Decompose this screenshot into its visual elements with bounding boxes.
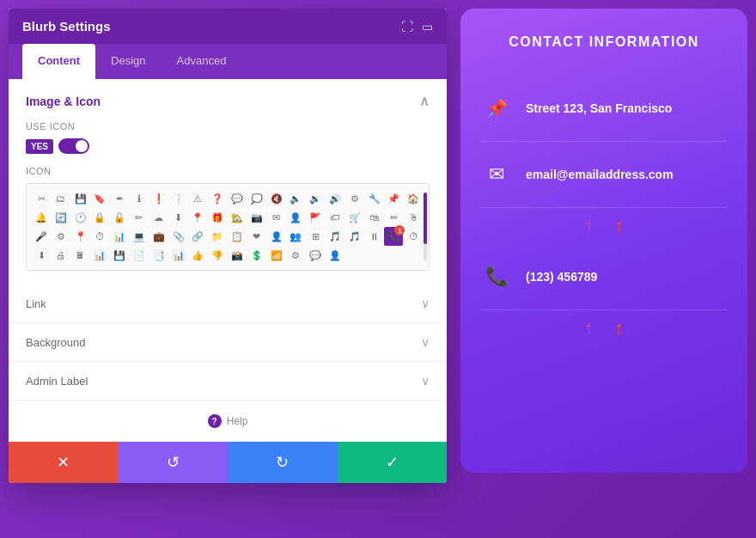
icon-pages[interactable]: 📑	[149, 246, 168, 265]
icon-label: Icon	[26, 166, 430, 176]
icon-link[interactable]: 🔗	[188, 227, 207, 246]
undo-button[interactable]: ↺	[119, 442, 229, 483]
icon-flag[interactable]: 🚩	[306, 208, 325, 227]
icon-photo[interactable]: 📸	[228, 246, 247, 265]
icon-exclaim2[interactable]: ❕	[169, 189, 188, 208]
icon-question[interactable]: ❓	[208, 189, 227, 208]
fullscreen-icon[interactable]: ⛶	[401, 20, 413, 34]
icon-down[interactable]: ⬇	[32, 246, 51, 265]
icon-note[interactable]: 🎵	[326, 227, 344, 246]
icon-gift[interactable]: 🎁	[208, 208, 227, 227]
email-icon: ✉	[489, 163, 504, 186]
icon-cart[interactable]: 🛒	[345, 208, 364, 227]
icon-camera[interactable]: 📷	[247, 208, 266, 227]
admin-label-section[interactable]: Admin Label ∨	[9, 362, 447, 400]
icon-bag[interactable]: 🛍	[365, 208, 384, 227]
icon-thumbdown[interactable]: 👎	[208, 246, 227, 265]
icon-thumbup[interactable]: 👍	[188, 246, 207, 265]
icon-vol3[interactable]: 🔊	[326, 189, 344, 208]
minimize-icon[interactable]: ▭	[422, 20, 433, 34]
icon-vol1[interactable]: 🔈	[286, 189, 305, 208]
icon-heart[interactable]: ❤	[247, 227, 266, 246]
use-icon-toggle[interactable]	[58, 138, 89, 154]
icon-pin[interactable]: 📌	[384, 189, 403, 208]
icon-stats[interactable]: 📊	[169, 246, 188, 265]
contact-address-item: 📌 Street 123, San Francisco	[481, 76, 727, 142]
icon-phone[interactable]: 📞 1	[384, 227, 403, 246]
icon-chat[interactable]: 💬	[228, 189, 247, 208]
icon-profile[interactable]: 👤	[326, 246, 344, 265]
background-section[interactable]: Background ∨	[9, 323, 447, 362]
arrow-up-4: ↑	[614, 317, 624, 339]
icon-paperclip[interactable]: 📎	[169, 227, 188, 246]
icon-mouse[interactable]: 🖱	[404, 208, 423, 227]
icon-grid2[interactable]: ⊞	[306, 227, 325, 246]
icon-laptop[interactable]: 💻	[130, 227, 149, 246]
icon-mail[interactable]: ✉	[267, 208, 286, 227]
scrollbar[interactable]	[424, 193, 427, 261]
icon-signal[interactable]: 📶	[267, 246, 286, 265]
admin-label-chevron: ∨	[421, 374, 430, 388]
icon-mute[interactable]: 🔇	[267, 189, 286, 208]
icon-house[interactable]: 🏡	[228, 208, 247, 227]
icon-pen[interactable]: ✒	[110, 189, 129, 208]
icon-lock[interactable]: 🔒	[90, 208, 109, 227]
icon-folder[interactable]: 🗂	[52, 189, 70, 208]
icon-msg[interactable]: 💬	[306, 246, 325, 265]
save-button[interactable]: ✓	[338, 442, 448, 483]
icon-wrench[interactable]: 🔧	[365, 189, 384, 208]
tab-content[interactable]: Content	[22, 44, 95, 79]
icon-clock[interactable]: 🕐	[71, 208, 90, 227]
icon-warn[interactable]: ⚠	[188, 189, 207, 208]
icon-pencil[interactable]: ✏	[130, 208, 149, 227]
icon-timer2[interactable]: ⏱	[404, 227, 423, 246]
icon-grid-container: ✂ 🗂 💾 🔖 ✒ ℹ ❗ ❕ ⚠ ❓ 💬 💭 🔇 🔈	[26, 183, 430, 271]
icon-save[interactable]: 💾	[71, 189, 90, 208]
admin-label-title: Admin Label	[26, 375, 88, 388]
help-icon[interactable]: ?	[208, 414, 222, 428]
icon-mic[interactable]: 🎤	[32, 227, 51, 246]
icon-edit[interactable]: ✏	[384, 208, 403, 227]
icon-map[interactable]: 📍	[71, 227, 90, 246]
icon-bubble[interactable]: 💭	[247, 189, 266, 208]
tab-advanced[interactable]: Advanced	[162, 44, 242, 79]
icon-location[interactable]: 📍	[188, 208, 207, 227]
icon-dollar[interactable]: 💲	[247, 246, 266, 265]
icon-refresh[interactable]: 🔄	[52, 208, 70, 227]
icon-person[interactable]: 👤	[267, 227, 286, 246]
collapse-icon[interactable]: ∧	[419, 93, 430, 109]
icon-folder2[interactable]: 📁	[208, 227, 227, 246]
icon-scissors[interactable]: ✂	[32, 189, 51, 208]
icon-tag[interactable]: 🏷	[326, 208, 344, 227]
icon-bell[interactable]: 🔔	[32, 208, 51, 227]
icon-gear[interactable]: ⚙	[345, 189, 364, 208]
icon-download[interactable]: ⬇	[169, 208, 188, 227]
icon-vol2[interactable]: 🔉	[306, 189, 325, 208]
link-section[interactable]: Link ∨	[9, 284, 447, 323]
cancel-button[interactable]: ✕	[9, 442, 119, 483]
icon-pause[interactable]: ⏸	[365, 227, 384, 246]
help-text[interactable]: Help	[227, 415, 248, 427]
icon-home[interactable]: 🏠	[404, 189, 423, 208]
icon-notes[interactable]: 🎵	[345, 227, 364, 246]
icon-chart[interactable]: 📊	[110, 227, 129, 246]
redo-button[interactable]: ↻	[228, 442, 338, 483]
icon-info[interactable]: ℹ	[130, 189, 149, 208]
icon-calc[interactable]: 🖩	[71, 246, 90, 265]
icon-unlock[interactable]: 🔓	[110, 208, 129, 227]
icon-disk[interactable]: 💾	[110, 246, 129, 265]
icon-brief[interactable]: 💼	[149, 227, 168, 246]
icon-cog[interactable]: ⚙	[286, 246, 305, 265]
icon-cloud[interactable]: ☁	[149, 208, 168, 227]
icon-people[interactable]: 👥	[286, 227, 305, 246]
icon-clipboard[interactable]: 📋	[228, 227, 247, 246]
icon-timer[interactable]: ⏱	[90, 227, 109, 246]
icon-bar[interactable]: 📊	[90, 246, 109, 265]
icon-settings[interactable]: ⚙	[52, 227, 70, 246]
tab-design[interactable]: Design	[95, 44, 161, 79]
icon-exclaim[interactable]: ❗	[149, 189, 168, 208]
icon-print[interactable]: 🖨	[52, 246, 70, 265]
icon-user[interactable]: 👤	[286, 208, 305, 227]
icon-bookmark[interactable]: 🔖	[90, 189, 109, 208]
icon-doc[interactable]: 📄	[130, 246, 149, 265]
